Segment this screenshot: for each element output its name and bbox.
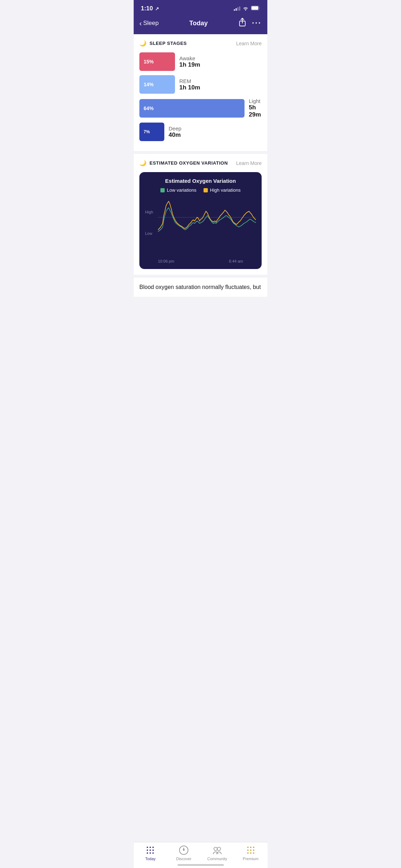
y-label-high: High xyxy=(145,210,153,214)
deep-label: Deep 40m xyxy=(169,125,181,139)
wifi-icon xyxy=(242,6,249,12)
sleep-stages-title: 🌙 SLEEP STAGES xyxy=(139,40,187,47)
status-time: 1:10 ↗ xyxy=(141,5,159,12)
chart-title: Estimated Oxygen Variation xyxy=(145,178,256,184)
x-label-start: 10:06 pm xyxy=(158,259,174,263)
sleep-stage-deep: 7% Deep 40m xyxy=(139,123,262,141)
moon-icon: 🌙 xyxy=(139,40,147,47)
deep-bar: 7% xyxy=(139,123,164,141)
back-button[interactable]: ‹ Sleep xyxy=(139,19,159,27)
signal-icon xyxy=(234,6,240,11)
rem-label: REM 1h 10m xyxy=(179,78,200,91)
oxygen-variation-section: 🌙 ESTIMATED OXYGEN VARIATION Learn More … xyxy=(134,154,267,275)
sleep-stage-light: 64% Light 5h 29m xyxy=(139,98,262,118)
back-label: Sleep xyxy=(143,20,159,27)
legend-low-dot xyxy=(160,188,165,192)
page-title: Today xyxy=(189,20,208,27)
oxygen-learn-more[interactable]: Learn More xyxy=(236,160,262,166)
rem-bar: 14% xyxy=(139,75,175,94)
sleep-stages-header: 🌙 SLEEP STAGES Learn More xyxy=(139,40,262,47)
oxygen-chart-container: Estimated Oxygen Variation Low variation… xyxy=(139,172,262,269)
light-label: Light 5h 29m xyxy=(249,98,262,118)
awake-label: Awake 1h 19m xyxy=(179,55,200,68)
status-bar: 1:10 ↗ xyxy=(134,0,267,15)
more-button[interactable]: ··· xyxy=(252,19,262,28)
chart-y-labels: High Low xyxy=(145,198,153,248)
oxygen-header: 🌙 ESTIMATED OXYGEN VARIATION Learn More xyxy=(139,160,262,166)
legend-low: Low variations xyxy=(160,187,196,193)
x-label-end: 6:44 am xyxy=(229,259,243,263)
teaser-text: Blood oxygen saturation normally fluctua… xyxy=(134,278,267,297)
header: ‹ Sleep Today ··· xyxy=(134,15,267,34)
sleep-stages-section: 🌙 SLEEP STAGES Learn More 15% Awake 1h 1… xyxy=(134,34,267,151)
chart-area: High Low xyxy=(145,198,256,255)
chart-svg xyxy=(158,198,256,248)
sleep-stages-learn-more[interactable]: Learn More xyxy=(236,41,262,46)
legend-high-dot xyxy=(204,188,208,192)
main-content: 🌙 SLEEP STAGES Learn More 15% Awake 1h 1… xyxy=(134,34,267,325)
moon-icon-2: 🌙 xyxy=(139,160,147,166)
awake-bar: 15% xyxy=(139,52,175,71)
y-label-low: Low xyxy=(145,231,153,236)
battery-icon xyxy=(251,6,260,11)
chart-x-labels: 10:06 pm 6:44 am xyxy=(145,258,256,263)
svg-rect-1 xyxy=(252,6,258,10)
chevron-left-icon: ‹ xyxy=(139,19,142,27)
status-icons xyxy=(234,6,260,12)
chart-legend: Low variations High variations xyxy=(145,187,256,193)
sleep-stage-awake: 15% Awake 1h 19m xyxy=(139,52,262,71)
light-bar: 64% xyxy=(139,99,245,118)
header-actions: ··· xyxy=(238,18,262,29)
location-icon: ↗ xyxy=(155,6,159,11)
oxygen-title: 🌙 ESTIMATED OXYGEN VARIATION xyxy=(139,160,228,166)
sleep-stage-rem: 14% REM 1h 10m xyxy=(139,75,262,94)
legend-high: High variations xyxy=(204,187,241,193)
share-button[interactable] xyxy=(238,18,246,29)
